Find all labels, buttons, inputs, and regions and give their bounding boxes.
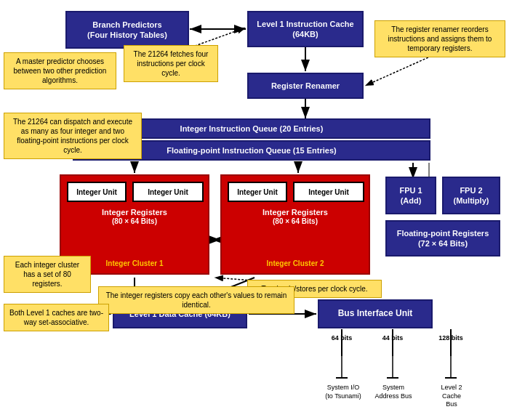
integer-unit1-box: Integer Unit	[67, 182, 127, 202]
bus-64-bits-label: 64 bits	[324, 334, 360, 342]
copy-annotation: The integer registers copy each other's …	[98, 286, 294, 314]
integer-unit3-box: Integer Unit	[228, 182, 287, 202]
system-io-label: System I/O(to Tsunami)	[324, 384, 363, 400]
cluster2-title: Integer Cluster 2	[222, 259, 369, 267]
integer-unit4-box: Integer Unit	[293, 182, 364, 202]
cluster1-registers-label: Integer Registers(80 × 64 Bits)	[61, 208, 208, 225]
renamer-annotation: The register renamer reorders instructio…	[374, 20, 505, 57]
cache-annotation: Both Level 1 caches are two-way set-asso…	[4, 304, 109, 331]
register-renamer-box: Register Renamer	[247, 73, 364, 99]
bus-interface-unit-box: Bus Interface Unit	[318, 299, 433, 328]
cpu-architecture-diagram: Branch Predictors (Four History Tables) …	[0, 0, 509, 420]
integer-unit2-box: Integer Unit	[132, 182, 204, 202]
svg-line-28	[365, 54, 435, 86]
cluster-annotation: Each integer cluster has a set of 80 reg…	[4, 256, 91, 293]
dispatch-annotation: The 21264 can dispatch and execute as ma…	[4, 113, 142, 159]
bus-44-bits-label: 44 bits	[374, 334, 411, 342]
cluster2-registers-label: Integer Registers(80 × 64 Bits)	[222, 208, 369, 225]
integer-cluster2-box: Integer Unit Integer Unit Integer Regist…	[220, 174, 370, 275]
l1-instruction-cache-box: Level 1 Instruction Cache (64KB)	[247, 11, 364, 47]
fpu2-box: FPU 2 (Multiply)	[442, 177, 500, 214]
system-address-bus-label: SystemAddress Bus	[373, 384, 414, 400]
l2-cache-bus-label: Level 2 CacheBus	[431, 384, 472, 409]
fpu1-box: FPU 1 (Add)	[385, 177, 436, 214]
fetch-annotation: The 21264 fetches four instructions per …	[124, 45, 218, 82]
branch-predictor-annotation: A master predictor chooses between two o…	[4, 52, 116, 89]
fp-registers-box: Floating-point Registers (72 × 64 Bits)	[385, 220, 500, 257]
bus-128-bits-label: 128 bits	[430, 334, 471, 342]
branch-predictors-box: Branch Predictors (Four History Tables)	[65, 11, 189, 49]
